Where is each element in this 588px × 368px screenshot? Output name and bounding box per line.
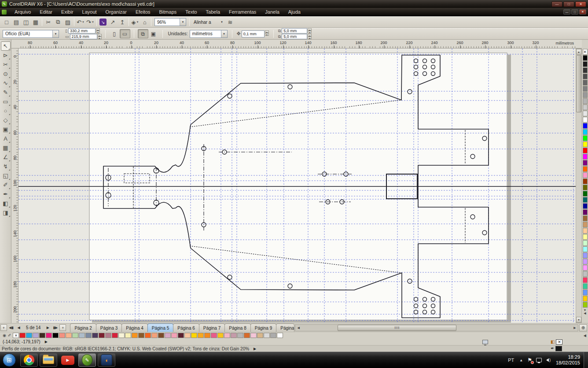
first-page-button[interactable]: ◀▮ — [8, 324, 15, 331]
doc-color-swatch[interactable] — [178, 333, 184, 338]
doc-color-swatch[interactable] — [79, 333, 85, 338]
palette-flyout-icon[interactable]: ◉ — [3, 333, 6, 338]
chevron-down-icon[interactable]: ▼ — [52, 30, 59, 37]
cmyk-color-swatch[interactable] — [583, 98, 588, 104]
doc-color-swatch[interactable] — [105, 333, 111, 338]
vertical-ruler[interactable]: 020406080100120140160180200 — [11, 48, 18, 323]
cmyk-color-swatch[interactable] — [583, 296, 588, 301]
cmyk-color-swatch[interactable] — [583, 92, 588, 98]
tab-página[interactable]: Página — [276, 323, 294, 332]
cmyk-color-swatch[interactable] — [583, 154, 588, 160]
palette-scroll-left-icon[interactable]: ◀ — [584, 334, 586, 338]
zoom-level-combo[interactable]: 96% ▼ — [154, 18, 186, 26]
doc-color-swatch[interactable] — [46, 333, 52, 338]
import-icon[interactable]: ↘ — [98, 18, 108, 26]
text-tool[interactable]: A — [1, 134, 11, 143]
doc-color-swatch[interactable] — [171, 333, 177, 338]
welcome-screen-icon[interactable]: ⌂ — [140, 18, 150, 26]
no-color-swatch[interactable] — [13, 333, 19, 338]
fill-tool[interactable]: ◧ — [1, 199, 11, 208]
page-width-field[interactable]: 330,2 mm — [68, 28, 96, 33]
cmyk-color-swatch[interactable] — [583, 259, 588, 264]
taskbar-youtube[interactable]: ▶ — [59, 353, 77, 367]
new-document-icon[interactable]: □ — [2, 18, 11, 26]
palette-eyedropper-icon[interactable]: ✐ — [8, 333, 11, 338]
menu-item-arquivo[interactable]: Arquivo — [10, 8, 35, 16]
horizontal-scroll-thumb[interactable]: ⦀⦀⦀ — [338, 325, 456, 331]
taskbar-explorer[interactable] — [40, 353, 57, 367]
doc-color-swatch[interactable] — [165, 333, 171, 338]
blend-tool[interactable]: ◱ — [1, 171, 11, 180]
doc-color-swatch[interactable] — [125, 333, 131, 338]
tab-página-7[interactable]: Página 7 — [199, 323, 225, 332]
page-height-spinner[interactable]: ▲▼ — [98, 34, 102, 39]
scroll-down-icon[interactable]: ▼ — [576, 317, 581, 323]
snap-to-combo[interactable]: Alinhar a ▼ — [191, 18, 225, 26]
doc-color-swatch[interactable] — [264, 333, 270, 338]
tray-expand-icon[interactable]: ▲ — [519, 358, 523, 362]
ellipse-tool[interactable]: ○ — [1, 106, 11, 115]
copy-icon[interactable]: ⧉ — [53, 18, 63, 26]
cmyk-color-swatch[interactable] — [583, 228, 588, 234]
menu-item-ferramentas[interactable]: Ferramentas — [224, 8, 261, 16]
menu-item-janela[interactable]: Janela — [261, 8, 283, 16]
clock[interactable]: 18:29 18/02/2015 — [556, 354, 580, 366]
duplicate-x-field[interactable]: 5,0 mm — [282, 28, 307, 33]
dimension-tool[interactable]: ∠ — [1, 152, 11, 162]
doc-color-swatch[interactable] — [72, 333, 78, 338]
chevron-down-icon[interactable]: ▼ — [221, 30, 227, 37]
menu-item-tabela[interactable]: Tabela — [202, 8, 224, 16]
doc-color-swatch[interactable] — [158, 333, 164, 338]
start-button[interactable]: ⊞ — [3, 353, 16, 367]
cmyk-color-swatch[interactable] — [583, 74, 588, 79]
nudge-spinner[interactable]: ▲▼ — [265, 30, 269, 37]
taskbar-media-player[interactable]: ◖ — [98, 353, 115, 367]
doc-color-swatch[interactable] — [138, 333, 144, 338]
cmyk-color-swatch[interactable] — [583, 129, 588, 135]
scroll-right-icon[interactable]: ▶ — [572, 325, 578, 331]
open-icon[interactable]: ▤ — [11, 18, 21, 26]
cmyk-color-swatch[interactable] — [583, 178, 588, 184]
cmyk-color-swatch[interactable] — [583, 191, 588, 197]
cmyk-color-swatch[interactable] — [583, 277, 588, 283]
language-indicator[interactable]: PT — [508, 357, 514, 363]
doc-color-swatch[interactable] — [112, 333, 118, 338]
scroll-left-icon[interactable]: ◀ — [295, 325, 301, 331]
all-pages-button[interactable]: ⧉ — [138, 29, 148, 38]
application-launcher-icon[interactable]: ◈▼ — [130, 18, 140, 26]
tab-página-6[interactable]: Página 6 — [173, 323, 199, 332]
doc-color-swatch[interactable] — [211, 333, 217, 338]
next-page-button[interactable]: ▶ — [44, 324, 51, 331]
status-expand-icon-2[interactable]: ▶ — [254, 347, 256, 351]
freehand-tool[interactable]: ∿ — [1, 78, 11, 88]
cmyk-color-swatch[interactable] — [583, 61, 588, 67]
current-page-button[interactable]: ▣ — [148, 29, 159, 38]
nudge-field[interactable]: 0,1 mm — [242, 30, 265, 37]
tab-página-5[interactable]: Página 5 — [147, 323, 173, 332]
cmyk-color-swatch[interactable] — [583, 240, 588, 246]
cmyk-color-swatch[interactable] — [583, 104, 588, 110]
portrait-button[interactable]: ▯ — [109, 29, 120, 38]
cmyk-color-swatch[interactable] — [583, 86, 588, 92]
cmyk-color-swatch[interactable] — [583, 222, 588, 227]
paste-icon[interactable]: ▨ — [63, 18, 73, 26]
cmyk-color-swatch[interactable] — [583, 141, 588, 147]
tab-página-2[interactable]: Página 2 — [70, 323, 96, 332]
add-page-button[interactable]: + — [0, 324, 7, 331]
menu-item-efeitos[interactable]: Efeitos — [131, 8, 155, 16]
cmyk-color-swatch[interactable] — [583, 246, 588, 252]
menu-item-ajuda[interactable]: Ajuda — [284, 8, 305, 16]
table-tool[interactable]: ▦ — [1, 143, 11, 152]
cmyk-color-swatch[interactable] — [583, 67, 588, 73]
cmyk-color-swatch[interactable] — [583, 216, 588, 221]
doc-color-swatch[interactable] — [99, 333, 105, 338]
doc-color-swatch[interactable] — [19, 333, 26, 338]
action-center-flag-icon[interactable]: ⚑ — [527, 357, 532, 363]
cmyk-color-swatch[interactable] — [583, 253, 588, 258]
units-combo[interactable]: milímetros ▼ — [190, 30, 228, 38]
taskbar-chrome[interactable] — [20, 353, 38, 367]
polygon-tool[interactable]: ◇ — [1, 115, 11, 125]
cmyk-color-swatch[interactable] — [583, 80, 588, 85]
cmyk-color-swatch[interactable] — [583, 271, 588, 277]
outline-pen-tool[interactable]: ✒ — [1, 190, 11, 199]
